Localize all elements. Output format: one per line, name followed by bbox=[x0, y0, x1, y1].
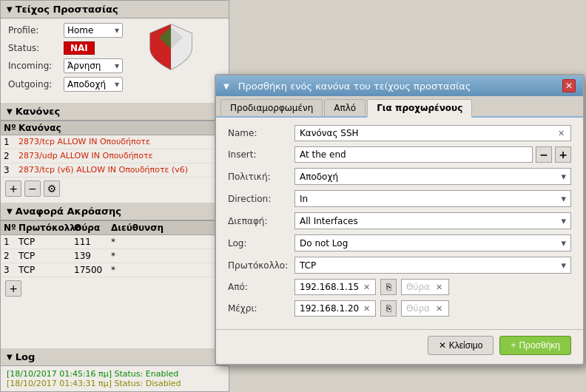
status-badge: ΝΑΙ bbox=[64, 41, 95, 55]
interface-label: Διεπαφή: bbox=[228, 216, 294, 226]
tab-preconfig[interactable]: Προδιαμορφωμένη bbox=[220, 99, 323, 116]
table-row[interactable]: 1 TCP 111 * bbox=[1, 235, 229, 249]
to-copy-button[interactable]: ⎘ bbox=[380, 300, 397, 317]
from-controls: 192.168.1.15 ✕ ⎘ Θύρα ✕ bbox=[294, 279, 571, 295]
to-port-clear-button[interactable]: ✕ bbox=[434, 304, 444, 314]
from-port-clear-button[interactable]: ✕ bbox=[434, 283, 444, 292]
rules-section: Κανόνες Nº Κανόνας 1 2873/tcp ALLOW IN Ο… bbox=[1, 103, 229, 200]
from-port-input[interactable]: Θύρα ✕ bbox=[401, 279, 449, 295]
policy-label: Πολιτική: bbox=[228, 172, 294, 182]
policy-row: Πολιτική: Αποδοχή bbox=[228, 168, 571, 185]
name-input[interactable]: Κανόνας SSH ✕ bbox=[294, 125, 571, 141]
main-title: Τείχος Προστασίας bbox=[1, 1, 229, 18]
settings-rule-button[interactable]: ⚙ bbox=[44, 180, 60, 197]
outgoing-select[interactable]: Αποδοχή bbox=[64, 77, 123, 92]
dialog-close-button[interactable]: ✕ bbox=[562, 79, 576, 92]
dialog: ▼ Προσθήκη ενός κανόνα του τείχους προστ… bbox=[215, 74, 585, 365]
table-row[interactable]: 3 TCP 17500 * bbox=[1, 263, 229, 277]
log-label: Log: bbox=[228, 238, 294, 249]
table-row[interactable]: 2 2873/udp ALLOW IN Οπουδήποτε bbox=[1, 149, 229, 163]
add-rule-button[interactable]: + bbox=[5, 180, 21, 197]
to-row: Μέχρι: 192.168.1.20 ✕ ⎘ Θύρα ✕ bbox=[228, 300, 571, 317]
log-row: Log: Do not Log bbox=[228, 234, 571, 251]
profile-select[interactable]: Home bbox=[64, 23, 123, 38]
proto-row: Πρωτόκολλο: TCP bbox=[228, 257, 571, 274]
name-row: Name: Κανόνας SSH ✕ bbox=[228, 125, 571, 141]
dialog-titlebar: ▼ Προσθήκη ενός κανόνα του τείχους προστ… bbox=[216, 75, 583, 96]
interface-row: Διεπαφή: All Interfaces bbox=[228, 212, 571, 229]
tab-advanced[interactable]: Για προχωρένους bbox=[367, 99, 472, 118]
log-select[interactable]: Do not Log bbox=[294, 234, 571, 251]
from-clear-button[interactable]: ✕ bbox=[362, 283, 371, 292]
to-label: Μέχρι: bbox=[228, 303, 294, 314]
table-row[interactable]: 2 TCP 139 * bbox=[1, 249, 229, 263]
shield-icon bbox=[149, 23, 193, 71]
add-icon: + bbox=[511, 340, 516, 351]
main-window: Τείχος Προστασίας Profile: Home Status: … bbox=[0, 0, 229, 392]
dialog-title: Προσθήκη ενός κανόνα του τείχους προστασ… bbox=[238, 81, 471, 92]
insert-controls: At the end − + bbox=[294, 146, 571, 163]
policy-select[interactable]: Αποδοχή bbox=[294, 168, 571, 185]
name-label: Name: bbox=[228, 128, 294, 138]
listening-section: Αναφορά Ακρόασης Nº Πρωτόκολλο Θύρα Διεύ… bbox=[1, 203, 229, 300]
from-input[interactable]: 192.168.1.15 ✕ bbox=[294, 279, 376, 295]
interface-select[interactable]: All Interfaces bbox=[294, 212, 571, 229]
from-row: Από: 192.168.1.15 ✕ ⎘ Θύρα ✕ bbox=[228, 279, 571, 295]
insert-label: Insert: bbox=[228, 149, 294, 160]
to-port-input[interactable]: Θύρα ✕ bbox=[401, 300, 449, 317]
outgoing-row: Outgoing: Αποδοχή bbox=[8, 77, 221, 92]
listening-header: Nº Πρωτόκολλο Θύρα Διεύθυνση bbox=[1, 220, 229, 235]
insert-input: At the end bbox=[294, 146, 533, 163]
listening-title: Αναφορά Ακρόασης bbox=[1, 203, 229, 220]
log-section: Log [18/10/2017 01:45:16 πμ] Status: Ena… bbox=[1, 348, 229, 391]
insert-plus-button[interactable]: + bbox=[555, 146, 571, 163]
direction-label: Direction: bbox=[228, 194, 294, 204]
rules-toolbar: + − ⚙ bbox=[1, 178, 229, 200]
direction-select[interactable]: In bbox=[294, 190, 571, 207]
incoming-label: Incoming: bbox=[8, 61, 64, 71]
rules-col-rule: Κανόνας bbox=[18, 123, 226, 133]
proto-select[interactable]: TCP bbox=[294, 257, 571, 274]
dialog-form: Name: Κανόνας SSH ✕ Insert: At the end −… bbox=[216, 118, 583, 329]
log-content: [18/10/2017 01:45:16 πμ] Status: Enabled… bbox=[1, 366, 229, 391]
listening-toolbar: + bbox=[1, 277, 229, 300]
dialog-footer: ✕ Κλείσιμο + Προσθήκη bbox=[216, 329, 583, 364]
main-form: Profile: Home Status: ΝΑΙ Incoming: Άρνη… bbox=[1, 18, 229, 100]
log-entry: [18/10/2017 01:43:31 πμ] Status: Disable… bbox=[7, 379, 223, 388]
from-copy-button[interactable]: ⎘ bbox=[380, 279, 397, 295]
log-entry: [18/10/2017 01:45:16 πμ] Status: Enabled bbox=[7, 369, 223, 379]
to-input[interactable]: 192.168.1.20 ✕ bbox=[294, 300, 376, 317]
rules-title: Κανόνες bbox=[1, 103, 229, 121]
close-icon: ✕ bbox=[439, 340, 446, 351]
from-label: Από: bbox=[228, 282, 294, 292]
status-label: Status: bbox=[8, 43, 64, 53]
rules-col-num: Nº bbox=[4, 123, 18, 133]
remove-rule-button[interactable]: − bbox=[24, 180, 41, 197]
direction-row: Direction: In bbox=[228, 190, 571, 207]
dialog-arrow-icon: ▼ bbox=[223, 82, 229, 90]
proto-label: Πρωτόκολλο: bbox=[228, 260, 294, 271]
table-row[interactable]: 1 2873/tcp ALLOW IN Οπουδήποτε bbox=[1, 135, 229, 149]
incoming-select[interactable]: Άρνηση bbox=[64, 58, 123, 73]
add-listening-button[interactable]: + bbox=[5, 280, 21, 297]
name-clear-button[interactable]: ✕ bbox=[556, 129, 566, 138]
to-clear-button[interactable]: ✕ bbox=[362, 304, 371, 314]
profile-label: Profile: bbox=[8, 25, 64, 36]
log-title: Log bbox=[1, 348, 229, 366]
close-button[interactable]: ✕ Κλείσιμο bbox=[428, 336, 494, 355]
tab-simple[interactable]: Απλό bbox=[324, 99, 366, 116]
dialog-tabs: Προδιαμορφωμένη Απλό Για προχωρένους bbox=[216, 96, 583, 118]
add-button[interactable]: + Προσθήκη bbox=[499, 336, 571, 355]
outgoing-label: Outgoing: bbox=[8, 79, 64, 89]
rules-header: Nº Κανόνας bbox=[1, 121, 229, 135]
table-row[interactable]: 3 2873/tcp (v6) ALLOW IN Οπουδήποτε (v6) bbox=[1, 163, 229, 178]
to-controls: 192.168.1.20 ✕ ⎘ Θύρα ✕ bbox=[294, 300, 571, 317]
insert-row: Insert: At the end − + bbox=[228, 146, 571, 163]
insert-minus-button[interactable]: − bbox=[536, 146, 552, 163]
